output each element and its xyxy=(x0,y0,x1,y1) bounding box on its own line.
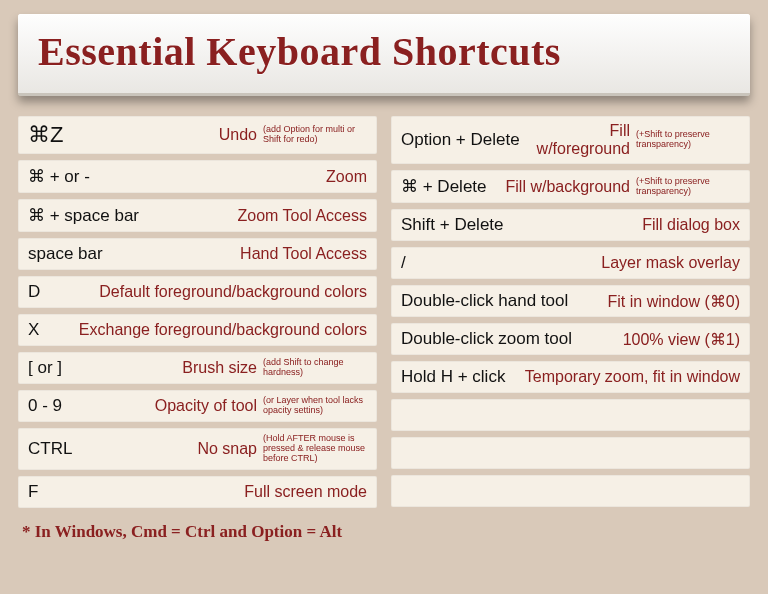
shortcut-row: 0 - 9Opacity of tool(or Layer when tool … xyxy=(18,390,377,422)
page-title: Essential Keyboard Shortcuts xyxy=(38,28,730,75)
shortcut-note: (+Shift to preserve transparency) xyxy=(630,130,740,150)
shortcut-note: (+Shift to preserve transparency) xyxy=(630,177,740,197)
left-column: ⌘ZUndo(add Option for multi or Shift for… xyxy=(18,116,377,508)
shortcut-action: Fill w/foreground xyxy=(520,122,630,158)
shortcut-row xyxy=(391,437,750,469)
shortcut-action: Hand Tool Access xyxy=(103,245,367,263)
shortcut-action: Opacity of tool xyxy=(62,397,257,415)
shortcut-action: Layer mask overlay xyxy=(406,254,740,272)
shortcut-row: ⌘ZUndo(add Option for multi or Shift for… xyxy=(18,116,377,154)
shortcut-keys: Option + Delete xyxy=(401,130,520,150)
shortcut-row: Hold H + clickTemporary zoom, fit in win… xyxy=(391,361,750,393)
shortcut-action: Brush size xyxy=(62,359,257,377)
shortcut-action: Fit in window (⌘0) xyxy=(568,292,740,311)
shortcut-keys: CTRL xyxy=(28,439,72,459)
shortcut-note: (add Shift to change hardness) xyxy=(257,358,367,378)
shortcut-row: ⌘ + space barZoom Tool Access xyxy=(18,199,377,232)
shortcut-row: Shift + DeleteFill dialog box xyxy=(391,209,750,241)
shortcut-row: CTRLNo snap(Hold AFTER mouse is pressed … xyxy=(18,428,377,470)
shortcut-row: Double-click zoom tool100% view (⌘1) xyxy=(391,323,750,355)
shortcut-row: [ or ]Brush size(add Shift to change har… xyxy=(18,352,377,384)
footnote: * In Windows, Cmd = Ctrl and Option = Al… xyxy=(0,508,768,542)
shortcut-action: No snap xyxy=(72,440,257,458)
shortcut-action: 100% view (⌘1) xyxy=(572,330,740,349)
shortcut-action: Undo xyxy=(63,126,257,144)
shortcut-keys: [ or ] xyxy=(28,358,62,378)
shortcut-action: Exchange foreground/background colors xyxy=(39,321,367,339)
shortcut-note: (or Layer when tool lacks opacity settin… xyxy=(257,396,367,416)
shortcut-row: XExchange foreground/background colors xyxy=(18,314,377,346)
shortcut-row: FFull screen mode xyxy=(18,476,377,508)
shortcut-row xyxy=(391,399,750,431)
shortcut-keys: Shift + Delete xyxy=(401,215,504,235)
shortcut-row: DDefault foreground/background colors xyxy=(18,276,377,308)
shortcut-action: Default foreground/background colors xyxy=(40,283,367,301)
shortcut-keys: ⌘Z xyxy=(28,122,63,148)
shortcut-action: Zoom xyxy=(90,168,367,186)
shortcut-action: Fill dialog box xyxy=(504,216,740,234)
shortcut-note: (add Option for multi or Shift for redo) xyxy=(257,125,367,145)
shortcut-row xyxy=(391,475,750,507)
shortcut-keys: D xyxy=(28,282,40,302)
shortcut-keys: ⌘ + space bar xyxy=(28,205,139,226)
shortcut-action: Zoom Tool Access xyxy=(139,207,367,225)
shortcut-row: Double-click hand toolFit in window (⌘0) xyxy=(391,285,750,317)
shortcut-action: Fill w/background xyxy=(487,178,630,196)
shortcut-keys: 0 - 9 xyxy=(28,396,62,416)
shortcut-action: Full screen mode xyxy=(38,483,367,501)
shortcut-note: (Hold AFTER mouse is pressed & release m… xyxy=(257,434,367,464)
shortcut-action: Temporary zoom, fit in window xyxy=(505,368,740,386)
shortcut-columns: ⌘ZUndo(add Option for multi or Shift for… xyxy=(0,96,768,508)
shortcut-keys: F xyxy=(28,482,38,502)
shortcut-row: /Layer mask overlay xyxy=(391,247,750,279)
shortcut-row: ⌘ + or -Zoom xyxy=(18,160,377,193)
shortcut-keys: X xyxy=(28,320,39,340)
right-column: Option + DeleteFill w/foreground(+Shift … xyxy=(391,116,750,508)
shortcut-row: ⌘ + DeleteFill w/background(+Shift to pr… xyxy=(391,170,750,203)
shortcut-row: space barHand Tool Access xyxy=(18,238,377,270)
shortcut-keys: Double-click zoom tool xyxy=(401,329,572,349)
shortcut-keys: ⌘ + Delete xyxy=(401,176,487,197)
shortcut-keys: ⌘ + or - xyxy=(28,166,90,187)
shortcut-row: Option + DeleteFill w/foreground(+Shift … xyxy=(391,116,750,164)
title-banner: Essential Keyboard Shortcuts xyxy=(18,14,750,96)
shortcut-keys: Double-click hand tool xyxy=(401,291,568,311)
shortcut-keys: space bar xyxy=(28,244,103,264)
shortcut-keys: Hold H + click xyxy=(401,367,505,387)
